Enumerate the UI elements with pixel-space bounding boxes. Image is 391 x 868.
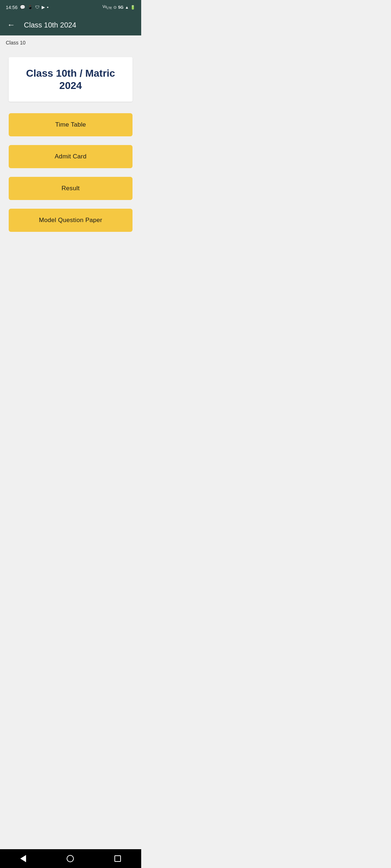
back-arrow-icon: ← — [7, 20, 15, 30]
signal-icon: ▲ — [125, 5, 129, 9]
status-left: 14:56 💬 📱 🛡 ▶ • — [6, 5, 49, 10]
chat-icon: 💬 — [20, 5, 25, 10]
admitcard-button[interactable]: Admit Card — [9, 145, 133, 168]
breadcrumb-text: Class 10 — [6, 40, 25, 46]
main-content: Class 10th / Matric 2024 Time Table Admi… — [0, 50, 141, 239]
status-time: 14:56 — [6, 5, 18, 10]
title-card: Class 10th / Matric 2024 — [9, 57, 133, 102]
status-bar: 14:56 💬 📱 🛡 ▶ • VoLTE ⊙ 5G ▲ 🔋 — [0, 0, 141, 14]
shield-icon: 🛡 — [35, 5, 39, 10]
app-bar: ← Class 10th 2024 — [0, 14, 141, 35]
result-button[interactable]: Result — [9, 177, 133, 200]
location-icon: ⊙ — [113, 5, 117, 10]
timetable-button[interactable]: Time Table — [9, 113, 133, 136]
youtube-icon: ▶ — [42, 5, 45, 10]
app-bar-title: Class 10th 2024 — [24, 21, 76, 29]
battery-icon: 🔋 — [130, 5, 135, 10]
model-question-paper-button[interactable]: Model Question Paper — [9, 209, 133, 232]
whatsapp-icon: 📱 — [28, 5, 33, 10]
network-icon: 5G — [118, 5, 123, 9]
dot-icon: • — [47, 5, 49, 10]
volte-icon: VoLTE — [102, 5, 112, 10]
breadcrumb: Class 10 — [0, 35, 141, 50]
status-right: VoLTE ⊙ 5G ▲ 🔋 — [102, 5, 135, 10]
back-button[interactable]: ← — [6, 19, 17, 31]
title-card-text: Class 10th / Matric 2024 — [26, 68, 115, 91]
